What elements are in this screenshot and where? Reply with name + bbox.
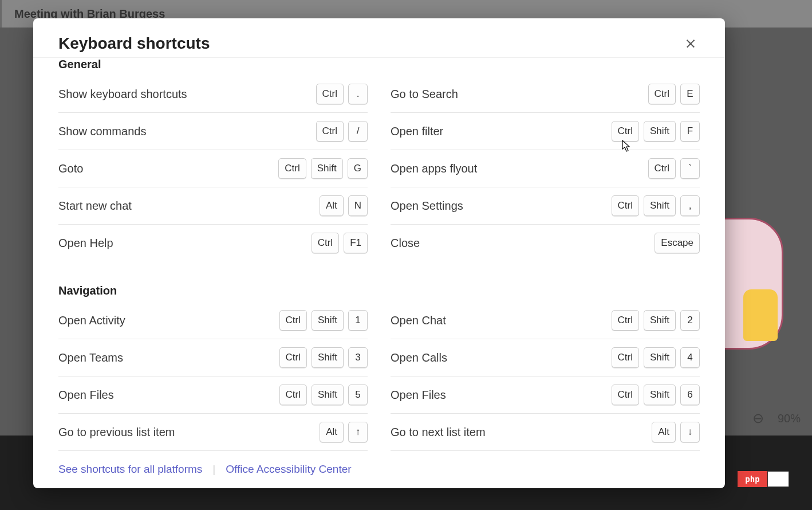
shortcut-row: Go to previous sectionCtrlShiftF6 <box>58 451 368 456</box>
navigation-columns: Open ActivityCtrlShift1 Open TeamsCtrlSh… <box>58 302 700 456</box>
key: Ctrl <box>612 121 639 142</box>
shortcut-label: Open Help <box>58 237 113 250</box>
key: Shift <box>312 347 344 368</box>
shortcut-keys: CtrlShift5 <box>279 385 368 405</box>
shortcut-keys: Ctrl/ <box>316 121 368 142</box>
shortcut-row: Go to SearchCtrlE <box>391 76 700 113</box>
dialog-title: Keyboard shortcuts <box>58 34 210 53</box>
key: Shift <box>312 310 344 331</box>
shortcut-label: Open Settings <box>391 199 463 213</box>
shortcut-keys: Alt↓ <box>652 422 700 442</box>
key: E <box>680 84 700 104</box>
navigation-left-col: Open ActivityCtrlShift1 Open TeamsCtrlSh… <box>58 302 368 456</box>
link-accessibility-center[interactable]: Office Accessibility Center <box>226 463 351 476</box>
zoom-level: 90% <box>778 412 801 425</box>
shortcut-keys: Alt↑ <box>320 422 368 442</box>
key: Escape <box>655 233 700 253</box>
dialog-header: Keyboard shortcuts <box>33 18 725 57</box>
shortcut-row: Open ActivityCtrlShift1 <box>58 302 368 339</box>
php-watermark: php <box>738 471 789 487</box>
zoom-out-icon[interactable]: ⊖ <box>752 410 764 426</box>
shortcut-keys: AltN <box>320 195 368 216</box>
shortcut-row: Open ChatCtrlShift2 <box>391 302 700 339</box>
key: Shift <box>311 158 343 179</box>
shortcut-row: Open CallsCtrlShift4 <box>391 339 700 376</box>
shortcut-label: Start new chat <box>58 199 132 213</box>
key: Shift <box>644 310 676 331</box>
shortcut-keys: CtrlShift, <box>612 195 700 216</box>
key: 4 <box>680 347 700 368</box>
shortcut-row: GotoCtrlShiftG <box>58 150 368 187</box>
key: G <box>348 158 368 179</box>
thumbs-up-icon <box>743 289 778 341</box>
key: Ctrl <box>648 84 676 104</box>
shortcut-label: Show keyboard shortcuts <box>58 88 187 101</box>
key: F <box>680 121 700 142</box>
key: Alt <box>320 422 344 442</box>
shortcut-label: Open Chat <box>391 314 446 327</box>
key: Ctrl <box>612 310 639 331</box>
key: Alt <box>652 422 676 442</box>
shortcut-row: Open SettingsCtrlShift, <box>391 187 700 225</box>
footer-separator: | <box>212 463 215 476</box>
shortcut-row: Open FilesCtrlShift5 <box>58 376 368 414</box>
key: Ctrl <box>612 385 639 405</box>
key: Ctrl <box>612 195 639 216</box>
general-right-col: Go to SearchCtrlE Open filterCtrlShiftF … <box>391 76 700 261</box>
shortcut-row: Go to previous list itemAlt↑ <box>58 414 368 451</box>
shortcut-row: Go to next sectionCtrlF6 <box>391 451 700 456</box>
shortcut-row: Open TeamsCtrlShift3 <box>58 339 368 376</box>
shortcut-label: Go to previous list item <box>58 426 175 439</box>
shortcut-keys: CtrlShift4 <box>612 347 700 368</box>
shortcut-row: Show commandsCtrl/ <box>58 113 368 150</box>
key: Ctrl <box>612 347 639 368</box>
key: Shift <box>644 347 676 368</box>
general-left-col: Show keyboard shortcutsCtrl. Show comman… <box>58 76 368 261</box>
shortcut-keys: Ctrl. <box>316 84 368 104</box>
key: Ctrl <box>648 158 676 179</box>
dialog-body[interactable]: General Show keyboard shortcutsCtrl. Sho… <box>33 57 725 456</box>
shortcut-row: Open filterCtrlShiftF <box>391 113 700 150</box>
close-icon[interactable] <box>681 34 700 53</box>
dialog-footer: See shortcuts for all platforms | Office… <box>33 456 725 488</box>
shortcut-keys: Escape <box>655 233 700 253</box>
shortcut-keys: CtrlShift2 <box>612 310 700 331</box>
shortcut-label: Go to next list item <box>391 426 486 439</box>
section-heading-general: General <box>58 58 700 71</box>
key: Ctrl <box>316 121 344 142</box>
shortcut-label: Open Files <box>391 389 446 402</box>
key: ↓ <box>680 422 700 442</box>
navigation-right-col: Open ChatCtrlShift2 Open CallsCtrlShift4… <box>391 302 700 456</box>
shortcut-label: Open Calls <box>391 351 447 364</box>
keyboard-shortcuts-dialog: Keyboard shortcuts General Show keyboard… <box>33 18 725 488</box>
key: Ctrl <box>316 84 344 104</box>
key: Ctrl <box>279 310 307 331</box>
shortcut-keys: CtrlF1 <box>312 233 368 253</box>
shortcut-label: Goto <box>58 162 83 175</box>
php-watermark-box <box>767 471 789 487</box>
shortcut-keys: CtrlShiftG <box>278 158 368 179</box>
shortcut-label: Open Activity <box>58 314 125 327</box>
key: . <box>348 84 368 104</box>
shortcut-row: Start new chatAltN <box>58 187 368 225</box>
shortcut-keys: CtrlE <box>648 84 700 104</box>
shortcut-label: Go to Search <box>391 88 458 101</box>
key: Shift <box>644 121 676 142</box>
shortcut-row: Show keyboard shortcutsCtrl. <box>58 76 368 113</box>
key: F1 <box>344 233 368 253</box>
key: Shift <box>644 195 676 216</box>
key: / <box>348 121 368 142</box>
shortcut-row: Go to next list itemAlt↓ <box>391 414 700 451</box>
shortcut-row: CloseEscape <box>391 225 700 261</box>
key: , <box>680 195 700 216</box>
link-all-platforms[interactable]: See shortcuts for all platforms <box>58 463 202 476</box>
shortcut-keys: Ctrl` <box>648 158 700 179</box>
shortcut-row: Open apps flyoutCtrl` <box>391 150 700 187</box>
shortcut-label: Show commands <box>58 125 146 138</box>
shortcut-label: Open apps flyout <box>391 162 477 175</box>
general-columns: Show keyboard shortcutsCtrl. Show comman… <box>58 76 700 261</box>
section-heading-navigation: Navigation <box>58 284 700 297</box>
shortcut-label: Open filter <box>391 125 443 138</box>
key: Ctrl <box>312 233 339 253</box>
shortcut-label: Close <box>391 237 420 250</box>
